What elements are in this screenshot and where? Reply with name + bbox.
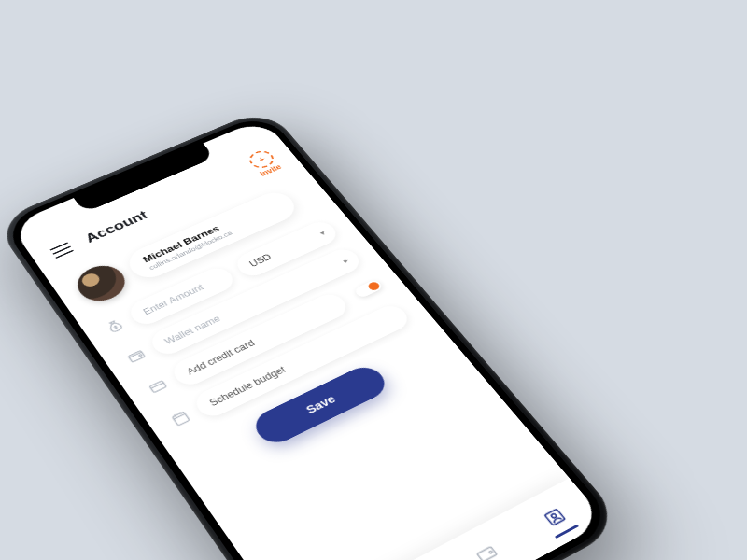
invite-button[interactable]: + Invite [246, 147, 284, 177]
phone-mockup: Account + Invite Michael Barnes collins.… [0, 107, 627, 560]
credit-card-icon [146, 376, 171, 397]
currency-value: USD [247, 252, 274, 269]
play-icon: ▸ [341, 257, 350, 264]
save-label: Save [303, 393, 338, 416]
svg-point-7 [488, 551, 492, 553]
amount-placeholder: Enter Amount [141, 283, 205, 317]
chevron-down-icon: ▾ [317, 229, 326, 236]
svg-rect-6 [476, 547, 496, 560]
menu-icon[interactable] [49, 242, 74, 259]
svg-point-9 [550, 513, 557, 519]
wallet-placeholder: Wallet name [162, 314, 222, 346]
svg-rect-8 [544, 510, 565, 526]
nav-wallet-icon[interactable] [470, 540, 503, 560]
svg-rect-2 [149, 381, 166, 393]
nav-account-icon[interactable] [538, 504, 571, 531]
card-toggle[interactable] [353, 279, 384, 299]
